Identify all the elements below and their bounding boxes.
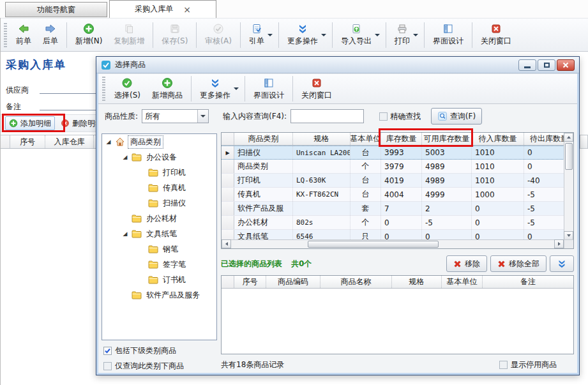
main-toolbar-next-button[interactable]: 后单 xyxy=(37,20,64,50)
scroll-right-button[interactable] xyxy=(554,239,564,248)
selected-col-5[interactable]: 备注 xyxy=(483,276,574,288)
tab-label: 采购入库单 xyxy=(135,4,173,15)
remove-button[interactable]: 移除 xyxy=(446,255,487,272)
dialog-titlebar[interactable]: 选择商品 xyxy=(96,57,579,73)
tree-item-5[interactable]: 办公耗材 xyxy=(102,211,216,226)
product-nature-select[interactable]: 所有 xyxy=(142,109,209,123)
remark-input[interactable] xyxy=(40,100,96,110)
tree-item-3[interactable]: 传真机 xyxy=(102,180,216,195)
main-toolbar-audit-button: 审核(A) xyxy=(199,20,237,50)
selected-products-bar: 已选择的商品列表 共0个 移除 移除全部 xyxy=(221,254,574,273)
main-toolbar-print-button[interactable]: 打印 xyxy=(389,20,421,50)
expander-icon[interactable]: ◢ xyxy=(121,230,129,237)
tab-function-nav[interactable]: 功能导航窗 xyxy=(5,2,107,17)
delete-detail-button[interactable]: 删除明细 xyxy=(57,116,96,130)
double-chevron-down-icon xyxy=(557,259,567,269)
exact-search-checkbox[interactable] xyxy=(379,112,388,121)
close-button[interactable] xyxy=(557,59,575,71)
dropdown-caret-icon[interactable] xyxy=(234,87,239,90)
dialog-toolbar-select-button[interactable]: 选择(S) xyxy=(109,74,146,103)
dropdown-caret-icon[interactable] xyxy=(375,34,380,36)
main-toolbar-pull-button[interactable]: 引单 xyxy=(243,20,276,50)
selected-count: 共0个 xyxy=(291,259,312,269)
dialog-toolbar-close-button[interactable]: 关闭窗口 xyxy=(296,74,338,103)
product-row-1[interactable]: 商品类别个3979498910100 xyxy=(222,160,573,174)
expander-icon[interactable]: ◢ xyxy=(121,154,129,160)
tree-item-1[interactable]: ◢办公设备 xyxy=(102,149,216,165)
dropdown-caret-icon[interactable] xyxy=(413,34,418,36)
only-this-checkbox[interactable] xyxy=(103,362,112,370)
maximize-button[interactable] xyxy=(538,59,555,71)
product-row-4[interactable]: 软件产品及服套720-5 xyxy=(222,202,573,216)
folder-icon xyxy=(148,168,158,177)
dropdown-caret-icon[interactable] xyxy=(268,34,273,36)
selected-col-3[interactable]: 规格 xyxy=(392,276,442,288)
detail-col-warehouse[interactable]: 入库仓库 xyxy=(45,135,94,148)
selected-col-4[interactable]: 基本单位 xyxy=(442,276,483,288)
tree-item-9[interactable]: 订书机 xyxy=(102,272,216,287)
tree-item-8[interactable]: 签字笔 xyxy=(102,257,216,272)
toolbar-separator xyxy=(424,22,425,48)
main-toolbar-impexp-button[interactable]: 导入导出 xyxy=(335,20,383,50)
product-row-3[interactable]: 传真机KX-FT862CN台400449991000-5 xyxy=(222,188,573,202)
scroll-down-button[interactable] xyxy=(564,231,573,240)
vertical-scrollbar[interactable] xyxy=(564,133,573,240)
product-row-0[interactable]: ▶扫描仪Uniscan LA2000台3993500310100 xyxy=(222,146,573,160)
product-col-1[interactable]: 规格 xyxy=(293,133,351,145)
vertical-scroll-thumb[interactable] xyxy=(565,143,573,170)
tree-item-2[interactable]: 打印机 xyxy=(102,165,216,180)
remove-all-button[interactable]: 移除全部 xyxy=(490,255,547,272)
button-label: 前单 xyxy=(16,36,31,47)
tree-item-4[interactable]: 扫描仪 xyxy=(102,195,216,211)
selected-col-0[interactable]: 序号 xyxy=(234,276,266,288)
product-row-5[interactable]: 办公耗材802s个0-50-5 xyxy=(222,216,573,230)
dropdown-caret-icon[interactable] xyxy=(321,34,326,36)
main-toolbar-close-button[interactable]: 关闭窗口 xyxy=(475,20,517,50)
expander-icon[interactable]: ◢ xyxy=(105,139,112,145)
selected-col-2[interactable]: 商品名称 xyxy=(320,276,392,288)
toolbar-separator xyxy=(196,22,197,48)
cell: LQ-630K xyxy=(293,174,351,187)
dialog-body: 选择(S)新增商品更多操作界面设计关闭窗口 商品性质: 所有 输入内容查询(F4… xyxy=(98,73,577,373)
tree-item-7[interactable]: 钢笔 xyxy=(102,241,216,257)
dialog-toolbar-newproduct-button[interactable]: 新增商品 xyxy=(146,74,188,103)
selected-col-1[interactable]: 商品编码 xyxy=(266,276,320,288)
detail-toolbar: 添加明细 删除明细 xyxy=(1,114,96,132)
tree-item-6[interactable]: ◢文具纸笔 xyxy=(102,226,216,241)
product-col-4[interactable]: 可用库存数量 xyxy=(422,133,472,145)
main-toolbar-more-button[interactable]: 更多操作 xyxy=(282,20,329,50)
query-input[interactable] xyxy=(290,109,364,123)
select-dropdown-button[interactable] xyxy=(197,110,208,123)
dialog-toolbar-more-button[interactable]: 更多操作 xyxy=(194,74,242,103)
detail-col-seq[interactable]: 序号 xyxy=(10,135,45,148)
supplier-input[interactable] xyxy=(40,84,96,94)
button-label: 引单 xyxy=(249,36,264,47)
dialog-toolbar-design-button[interactable]: 界面设计 xyxy=(248,74,290,103)
main-toolbar-new-button[interactable]: 新增(N) xyxy=(70,20,108,50)
product-col-5[interactable]: 待入库数量 xyxy=(472,133,524,145)
horizontal-scrollbar[interactable] xyxy=(222,239,564,248)
tree-item-10[interactable]: 软件产品及服务 xyxy=(102,287,216,303)
scroll-left-button[interactable] xyxy=(222,239,231,248)
tab-purchase-receipt[interactable]: 采购入库单 × xyxy=(109,0,216,18)
product-col-2[interactable]: 基本单位 xyxy=(351,133,381,145)
product-row-2[interactable]: 打印机LQ-630K台401949891010-40 xyxy=(222,174,573,188)
chevrons-icon xyxy=(209,77,221,89)
horizontal-scroll-thumb[interactable] xyxy=(308,241,439,248)
tab-close-icon[interactable]: × xyxy=(183,5,191,14)
show-disabled-checkbox[interactable] xyxy=(499,361,508,369)
cell: 个 xyxy=(351,160,381,173)
tree-item-0[interactable]: ◢商品类别 xyxy=(102,134,216,149)
add-detail-button[interactable]: 添加明细 xyxy=(5,116,55,130)
main-toolbar-design-button[interactable]: 界面设计 xyxy=(427,20,469,50)
product-col-3[interactable]: 库存数量 xyxy=(381,133,422,145)
search-button[interactable]: 查询(F) xyxy=(431,108,482,125)
minimize-button[interactable] xyxy=(518,59,536,71)
collapse-button[interactable] xyxy=(550,255,574,272)
scroll-up-button[interactable] xyxy=(564,133,573,142)
cell: 套 xyxy=(351,202,381,215)
product-col-0[interactable]: 商品类别 xyxy=(234,133,293,145)
include-sub-checkbox[interactable] xyxy=(103,347,112,355)
tree-item-label: 办公设备 xyxy=(144,151,179,163)
main-toolbar-prev-button[interactable]: 前单 xyxy=(10,20,37,50)
